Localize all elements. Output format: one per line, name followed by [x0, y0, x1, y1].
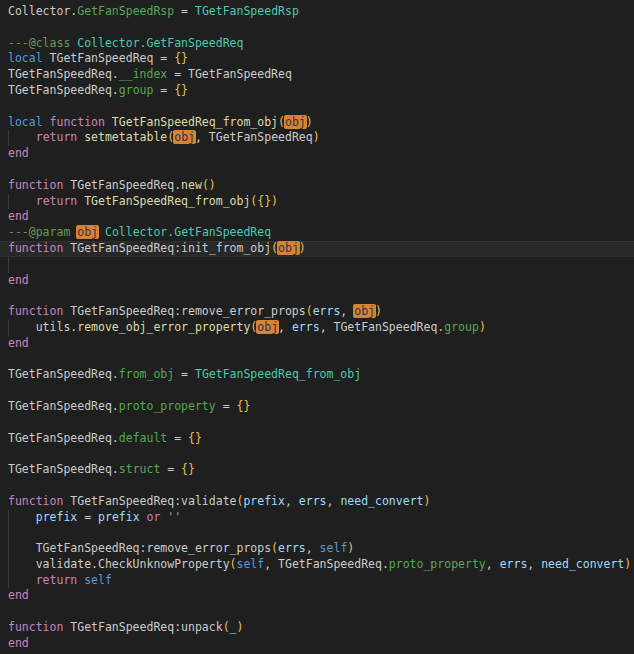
code-token: ( [230, 557, 237, 571]
code-token: ---@param [8, 225, 77, 239]
code-token: local [8, 115, 50, 129]
code-line[interactable]: function TGetFanSpeedReq:validate(prefix… [0, 494, 634, 510]
code-line[interactable]: ---@class Collector.GetFanSpeedReq [0, 36, 634, 52]
code-line[interactable] [0, 162, 634, 178]
code-token: function [8, 178, 70, 192]
code-line[interactable]: TGetFanSpeedReq:remove_error_props(errs,… [0, 541, 634, 557]
code-token: need_convert [541, 557, 624, 571]
code-token: proto_property [119, 399, 216, 413]
code-token: _ [230, 620, 237, 634]
code-line[interactable]: TGetFanSpeedReq.struct = {} [0, 462, 634, 478]
code-token: TGetFanSpeedReq:init_from_obj [70, 241, 271, 255]
code-line[interactable] [0, 525, 634, 541]
code-line[interactable] [0, 604, 634, 620]
code-line[interactable]: Collector.GetFanSpeedRsp = TGetFanSpeedR… [0, 4, 634, 20]
code-line[interactable]: utils.remove_obj_error_property(obj, err… [0, 320, 634, 336]
code-token: ) [479, 320, 486, 334]
code-token: TGetFanSpeedReq_from_obj [84, 194, 250, 208]
code-token: , TGetFanSpeedReq. [320, 320, 445, 334]
code-line[interactable]: TGetFanSpeedReq.proto_property = {} [0, 399, 634, 415]
code-token: function [50, 115, 112, 129]
code-token: ) [299, 241, 306, 255]
code-token: = [160, 462, 181, 476]
code-token: ) [423, 494, 430, 508]
code-token: TGetFanSpeedReq:remove_error_props [8, 541, 271, 555]
code-line[interactable]: function TGetFanSpeedReq:remove_error_pr… [0, 304, 634, 320]
code-line[interactable]: TGetFanSpeedReq.__index = TGetFanSpeedRe… [0, 67, 634, 83]
code-line[interactable]: return self [0, 573, 634, 589]
code-token: utils. [8, 320, 77, 334]
code-token: new [181, 178, 202, 192]
code-line[interactable]: end [0, 588, 634, 604]
code-line[interactable] [0, 99, 634, 115]
code-token: = [167, 431, 188, 445]
code-token: {} [237, 399, 251, 413]
find-match-highlight: obj [256, 320, 279, 334]
code-line[interactable]: TGetFanSpeedReq.default = {} [0, 431, 634, 447]
code-token: end [8, 588, 29, 602]
code-line[interactable]: function TGetFanSpeedReq:unpack(_) [0, 620, 634, 636]
code-token [8, 510, 36, 524]
code-line[interactable] [0, 257, 634, 273]
code-token: end [8, 273, 29, 287]
code-token: local [8, 51, 50, 65]
find-match-highlight: obj [76, 225, 99, 239]
code-token: = [153, 83, 174, 97]
code-line[interactable]: function TGetFanSpeedReq:init_from_obj(o… [0, 241, 634, 257]
code-line[interactable] [0, 446, 634, 462]
code-line[interactable] [0, 352, 634, 368]
code-token: need_convert [340, 494, 423, 508]
code-token: return [36, 130, 84, 144]
code-line[interactable]: function TGetFanSpeedReq.new() [0, 178, 634, 194]
code-line[interactable] [0, 478, 634, 494]
code-line[interactable]: end [0, 273, 634, 289]
code-token: TGetFanSpeedReq_from_obj [195, 367, 361, 381]
code-line[interactable]: end [0, 636, 634, 652]
code-line[interactable] [0, 383, 634, 399]
code-line[interactable] [0, 20, 634, 36]
code-token: TGetFanSpeedRsp [195, 4, 299, 18]
code-token: , TGetFanSpeedReq [195, 130, 313, 144]
code-token: GetFanSpeedRsp [77, 4, 174, 18]
code-token: ) [306, 115, 313, 129]
code-token: {} [181, 462, 195, 476]
code-token: Collector. [8, 4, 77, 18]
code-token: ) [237, 620, 244, 634]
code-token: {} [188, 431, 202, 445]
code-token: errs [500, 557, 528, 571]
code-line[interactable] [0, 288, 634, 304]
code-line[interactable]: return setmetatable(obj, TGetFanSpeedReq… [0, 130, 634, 146]
code-line[interactable]: local TGetFanSpeedReq = {} [0, 51, 634, 67]
code-token: TGetFanSpeedReq:remove_error_props [70, 304, 305, 318]
code-token: = [174, 4, 195, 18]
code-token: TGetFanSpeedReq. [8, 83, 119, 97]
code-line[interactable]: local function TGetFanSpeedReq_from_obj(… [0, 115, 634, 131]
code-editor[interactable]: Collector.GetFanSpeedRsp = TGetFanSpeedR… [0, 0, 634, 654]
code-token: group [119, 83, 154, 97]
code-token: validate.CheckUnknowProperty [8, 557, 230, 571]
code-line[interactable]: end [0, 336, 634, 352]
code-token [98, 225, 105, 239]
code-line[interactable]: TGetFanSpeedReq.group = {} [0, 83, 634, 99]
code-token: end [8, 209, 29, 223]
code-line[interactable]: ---@param obj Collector.GetFanSpeedReq [0, 225, 634, 241]
code-token: TGetFanSpeedReq. [8, 399, 119, 413]
code-line[interactable]: end [0, 209, 634, 225]
find-match-highlight: obj [277, 241, 300, 255]
code-token: ) [624, 557, 631, 571]
code-token: TGetFanSpeedReq:unpack [70, 620, 222, 634]
code-token: proto_property [389, 557, 486, 571]
code-token: return [36, 194, 84, 208]
code-line[interactable]: prefix = prefix or '' [0, 510, 634, 526]
code-token: self [237, 557, 265, 571]
code-line[interactable]: end [0, 146, 634, 162]
code-line[interactable] [0, 415, 634, 431]
find-match-highlight: obj [173, 130, 196, 144]
code-line[interactable]: return TGetFanSpeedReq_from_obj({}) [0, 194, 634, 210]
code-token: ( [223, 620, 230, 634]
code-line[interactable]: validate.CheckUnknowProperty(self, TGetF… [0, 557, 634, 573]
code-token: ( [306, 304, 313, 318]
code-token: TGetFanSpeedReq. [8, 431, 119, 445]
code-token: struct [119, 462, 161, 476]
code-line[interactable]: TGetFanSpeedReq.from_obj = TGetFanSpeedR… [0, 367, 634, 383]
